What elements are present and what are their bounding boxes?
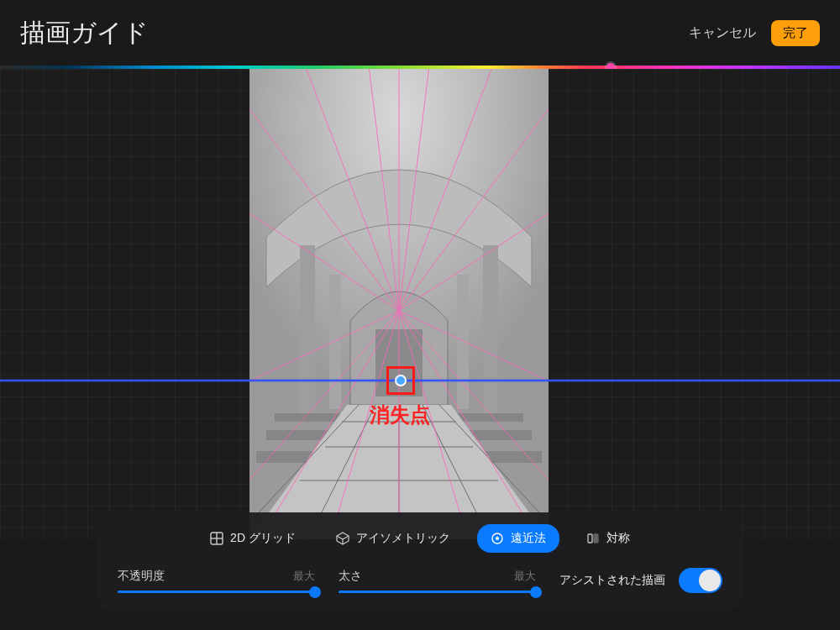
segment-isometric[interactable]: アイソメトリック: [323, 524, 464, 553]
thickness-slider-group: 太さ 最大: [339, 569, 536, 593]
segment-label: アイソメトリック: [356, 531, 450, 546]
assisted-drawing-label: アシストされた描画: [559, 573, 665, 588]
svg-rect-48: [594, 534, 598, 543]
page-title: 描画ガイド: [20, 16, 149, 50]
svg-rect-4: [329, 275, 341, 409]
opacity-slider-group: 不透明度 最大: [118, 569, 315, 593]
vanishing-point-label: 消失点: [370, 402, 430, 428]
segment-perspective[interactable]: 遠近法: [477, 524, 559, 553]
done-button[interactable]: 完了: [771, 20, 820, 46]
segment-2d-grid[interactable]: 2D グリッド: [197, 524, 309, 553]
image-placeholder: [249, 69, 549, 539]
svg-rect-47: [588, 534, 592, 543]
sliders-row: 不透明度 最大 太さ 最大 アシストされた描画: [118, 568, 722, 593]
svg-rect-5: [457, 275, 469, 409]
svg-marker-43: [337, 533, 349, 539]
bottom-panel: 2D グリッド アイソメトリック 遠近法 対称 不透明度 最大: [97, 512, 743, 612]
cube-icon: [336, 532, 349, 545]
segment-label: 遠近法: [511, 531, 546, 546]
thickness-slider[interactable]: [339, 591, 536, 593]
grid-icon: [210, 532, 223, 545]
cancel-button[interactable]: キャンセル: [689, 24, 756, 42]
segment-symmetry[interactable]: 対称: [573, 524, 643, 553]
header: 描画ガイド キャンセル 完了: [0, 0, 840, 66]
canvas-image: [249, 69, 549, 539]
assisted-drawing-group: アシストされた描画: [559, 568, 722, 593]
guide-type-segment: 2D グリッド アイソメトリック 遠近法 対称: [118, 524, 722, 553]
svg-rect-3: [483, 245, 498, 413]
horizon-line[interactable]: [0, 380, 840, 381]
opacity-label: 不透明度: [118, 569, 165, 584]
canvas-area[interactable]: 消失点: [0, 69, 840, 539]
thickness-max-label: 最大: [514, 569, 536, 584]
toggle-knob: [699, 570, 721, 591]
header-actions: キャンセル 完了: [689, 20, 820, 46]
opacity-slider-thumb[interactable]: [309, 586, 321, 598]
symmetry-icon: [586, 532, 600, 545]
vanishing-point-handle[interactable]: [395, 375, 407, 386]
thickness-label: 太さ: [339, 569, 362, 584]
segment-label: 対称: [606, 531, 630, 546]
svg-rect-2: [300, 245, 315, 413]
opacity-max-label: 最大: [293, 569, 315, 584]
segment-label: 2D グリッド: [230, 531, 296, 546]
thickness-slider-thumb[interactable]: [530, 586, 542, 598]
svg-point-46: [496, 537, 499, 540]
opacity-slider[interactable]: [118, 591, 315, 593]
assisted-drawing-toggle[interactable]: [679, 568, 722, 593]
perspective-icon: [491, 532, 504, 545]
